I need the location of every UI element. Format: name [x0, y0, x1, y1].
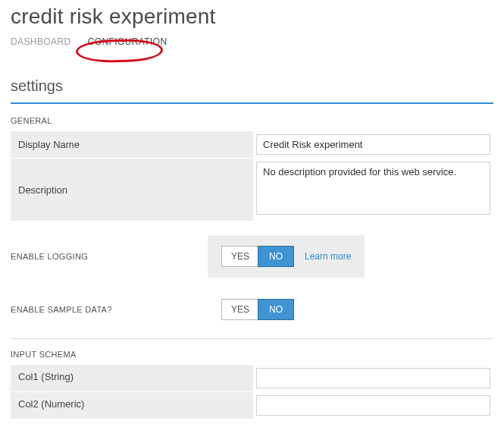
- row-enable-logging: ENABLE LOGGING YES NO Learn more: [11, 235, 493, 278]
- schema-row: Col2 (Numeric): [11, 392, 493, 420]
- schema-col-label: Col1 (String): [11, 365, 253, 391]
- display-name-input[interactable]: [256, 134, 490, 155]
- enable-sample-data-toggle: YES NO: [221, 299, 294, 320]
- schema-col-input[interactable]: [256, 368, 490, 388]
- schema-col-input[interactable]: [256, 395, 490, 416]
- settings-heading: settings: [11, 77, 493, 95]
- enable-sample-data-label: ENABLE SAMPLE DATA?: [11, 305, 208, 314]
- section-general-label: GENERAL: [11, 116, 493, 125]
- schema-col-label: Col2 (Numeric): [11, 392, 253, 419]
- tab-configuration[interactable]: CONFIGURATION: [88, 35, 167, 49]
- tab-dashboard[interactable]: DASHBOARD: [11, 35, 71, 49]
- learn-more-link[interactable]: Learn more: [305, 251, 351, 262]
- row-description: Description: [11, 159, 493, 222]
- schema-row: Col1 (String): [11, 365, 493, 392]
- enable-logging-yes[interactable]: YES: [222, 247, 258, 266]
- enable-sample-data-no[interactable]: NO: [258, 299, 294, 320]
- section-input-schema-label: INPUT SCHEMA: [11, 350, 493, 359]
- divider-strong: [11, 102, 493, 104]
- display-name-label: Display Name: [11, 131, 253, 158]
- page-title: credit risk experiment: [11, 0, 493, 35]
- enable-logging-no[interactable]: NO: [258, 246, 294, 267]
- tabs: DASHBOARD CONFIGURATION: [11, 35, 493, 52]
- enable-sample-data-yes[interactable]: YES: [222, 300, 258, 319]
- enable-logging-toggle: YES NO: [221, 246, 294, 267]
- row-enable-sample-data: ENABLE SAMPLE DATA? YES NO: [11, 291, 493, 328]
- row-display-name: Display Name: [11, 131, 493, 159]
- description-label: Description: [11, 159, 253, 221]
- enable-logging-label: ENABLE LOGGING: [11, 252, 208, 261]
- description-textarea[interactable]: [256, 162, 490, 215]
- divider-thin: [11, 338, 493, 339]
